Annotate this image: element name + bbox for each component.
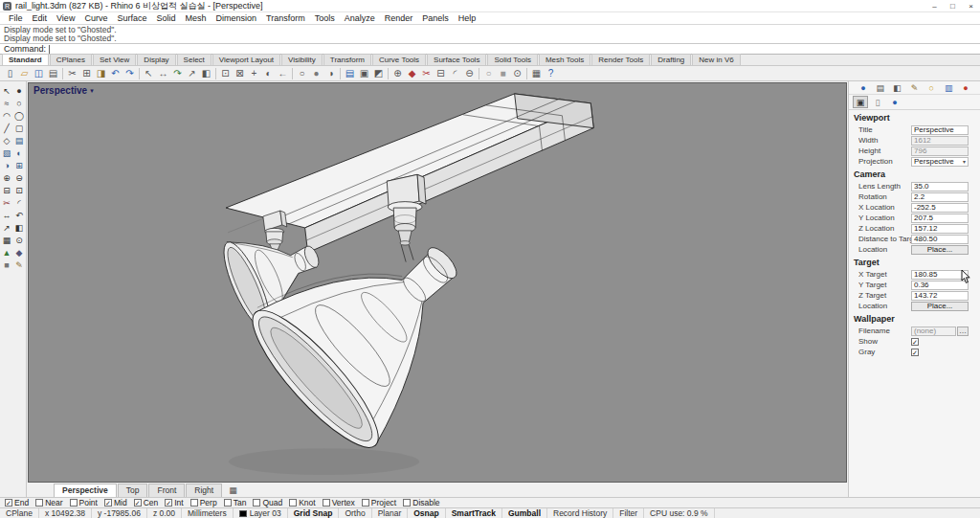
menu-help[interactable]: Help bbox=[454, 12, 481, 25]
polygon-icon[interactable]: ◇ bbox=[1, 135, 13, 146]
offset-icon[interactable]: ⊖ bbox=[462, 67, 477, 80]
property-value-field[interactable]: 157.12 bbox=[911, 224, 969, 234]
status-y-17985-06[interactable]: y -17985.06 bbox=[92, 508, 147, 518]
trim-icon[interactable]: ✂ bbox=[419, 67, 434, 80]
lightbulb-tab-icon[interactable]: ○ bbox=[925, 82, 938, 94]
toolbar-tab-cplanes[interactable]: CPlanes bbox=[50, 54, 92, 65]
boolean-difference-icon[interactable]: ⊖ bbox=[13, 172, 26, 184]
viewport-tab-perspective[interactable]: Perspective bbox=[54, 484, 117, 497]
scale-icon[interactable]: ↗ bbox=[185, 67, 199, 80]
save-file-icon[interactable]: ◫ bbox=[32, 67, 46, 80]
status-cplane[interactable]: CPlane bbox=[0, 508, 39, 518]
browse-button[interactable]: … bbox=[957, 327, 969, 336]
help-tab-icon[interactable]: ▥ bbox=[943, 82, 955, 94]
trim-icon[interactable]: ✂ bbox=[1, 197, 13, 209]
lock-icon[interactable]: ■ bbox=[1, 259, 13, 271]
print-icon[interactable]: ▤ bbox=[46, 67, 60, 80]
rotate-icon[interactable]: ↶ bbox=[13, 210, 26, 221]
wireframe-display-icon[interactable]: ○ bbox=[295, 67, 309, 80]
osnap-checkbox-mid[interactable]: ✓ bbox=[104, 499, 112, 507]
annotate-icon[interactable]: ✎ bbox=[13, 259, 26, 271]
undo-view-icon[interactable]: ← bbox=[276, 67, 290, 80]
osnap-checkbox-end[interactable]: ✓ bbox=[5, 499, 12, 507]
select-icon[interactable]: ↖ bbox=[142, 67, 156, 80]
viewport-tab-top[interactable]: Top bbox=[118, 484, 148, 497]
osnap-checkbox-project[interactable] bbox=[362, 499, 369, 507]
rotate-icon[interactable]: ↷ bbox=[170, 67, 185, 80]
surface-corner-icon[interactable]: ▧ bbox=[1, 147, 13, 159]
status-record-history[interactable]: Record History bbox=[547, 508, 613, 518]
osnap-checkbox-perp[interactable] bbox=[190, 499, 198, 507]
toolbar-tab-render-tools[interactable]: Render Tools bbox=[591, 54, 650, 65]
status-filter[interactable]: Filter bbox=[613, 508, 644, 518]
osnap-checkbox-quad[interactable] bbox=[253, 499, 260, 507]
cut-icon[interactable]: ✂ bbox=[65, 67, 79, 80]
menu-edit[interactable]: Edit bbox=[28, 12, 53, 25]
toolbar-tab-viewport-layout[interactable]: Viewport Layout bbox=[212, 54, 280, 65]
osnap-checkbox-near[interactable] bbox=[35, 499, 43, 507]
toolbar-tab-display[interactable]: Display bbox=[137, 54, 175, 65]
join-icon[interactable]: ⊕ bbox=[390, 67, 405, 80]
viewport-subtab-icon[interactable]: ▣ bbox=[853, 96, 868, 108]
status-smarttrack[interactable]: SmartTrack bbox=[446, 508, 502, 518]
project-icon[interactable]: ⊡ bbox=[13, 185, 26, 196]
status-layer-03[interactable]: Layer 03 bbox=[234, 508, 288, 518]
pencil-tab-icon[interactable]: ✎ bbox=[908, 82, 921, 94]
status-gumball[interactable]: Gumball bbox=[502, 508, 547, 518]
menu-dimension[interactable]: Dimension bbox=[211, 12, 261, 25]
new-file-icon[interactable]: ▯ bbox=[3, 67, 17, 80]
hide-object-icon[interactable]: ○ bbox=[481, 67, 496, 80]
layers-icon[interactable]: ▤ bbox=[343, 67, 357, 80]
checkbox-gray[interactable]: ✓ bbox=[911, 349, 919, 356]
display-options-icon[interactable]: ◩ bbox=[371, 67, 386, 80]
property-value-field[interactable]: 2.2 bbox=[911, 192, 969, 202]
property-value-field[interactable]: 143.72 bbox=[911, 291, 969, 301]
material-subtab-icon[interactable]: ● bbox=[887, 96, 902, 108]
viewport-menu-arrow-icon[interactable]: ▾ bbox=[90, 87, 94, 95]
undo-icon[interactable]: ↶ bbox=[108, 67, 122, 80]
rectangle-icon[interactable]: ▢ bbox=[13, 123, 26, 134]
toolbar-tab-surface-tools[interactable]: Surface Tools bbox=[427, 54, 486, 65]
open-file-icon[interactable]: ▱ bbox=[17, 67, 32, 80]
point-icon[interactable]: ● bbox=[13, 85, 26, 97]
sweep-icon[interactable]: ◑ bbox=[1, 160, 13, 171]
group-icon[interactable]: ⊙ bbox=[510, 67, 524, 80]
layers-tab-icon[interactable]: ▤ bbox=[874, 82, 886, 94]
toolbar-tab-set-view[interactable]: Set View bbox=[93, 54, 136, 65]
four-view-toggle-icon[interactable]: ▦ bbox=[229, 484, 237, 497]
property-dropdown[interactable]: Perspective▾ bbox=[911, 157, 969, 167]
notifications-tab-icon[interactable]: ● bbox=[959, 82, 971, 94]
copy-icon[interactable]: ⊞ bbox=[79, 67, 94, 80]
status-osnap[interactable]: Osnap bbox=[408, 508, 445, 518]
lock-object-icon[interactable]: ■ bbox=[496, 67, 510, 80]
toolbar-tab-transform[interactable]: Transform bbox=[323, 54, 371, 65]
menu-file[interactable]: File bbox=[4, 12, 28, 25]
menu-curve[interactable]: Curve bbox=[79, 12, 112, 25]
ghosted-display-icon[interactable]: ◑ bbox=[323, 67, 338, 80]
pan-view-icon[interactable]: + bbox=[247, 67, 261, 80]
place-button[interactable]: Place... bbox=[911, 302, 969, 311]
move-icon[interactable]: ↔ bbox=[1, 210, 13, 221]
paste-icon[interactable]: ◨ bbox=[94, 67, 108, 80]
osnap-checkbox-point[interactable] bbox=[70, 499, 78, 507]
page-subtab-icon[interactable]: ▯ bbox=[870, 96, 885, 108]
revolve-icon[interactable]: ◐ bbox=[13, 147, 26, 159]
menu-transform[interactable]: Transform bbox=[261, 12, 310, 25]
toolbar-tab-standard[interactable]: Standard bbox=[2, 54, 49, 65]
zoom-window-icon[interactable]: ⊡ bbox=[218, 67, 233, 80]
explode-icon[interactable]: ◆ bbox=[405, 67, 419, 80]
select-arrow-icon[interactable]: ↖ bbox=[1, 85, 13, 97]
display-tab-icon[interactable]: ◧ bbox=[891, 82, 903, 94]
properties-icon[interactable]: ▣ bbox=[357, 67, 371, 80]
property-value-field[interactable]: -252.5 bbox=[911, 203, 969, 213]
status-z-0-00[interactable]: z 0.00 bbox=[147, 508, 182, 518]
checkbox-show[interactable]: ✓ bbox=[911, 338, 919, 346]
boolean-union-icon[interactable]: ⊕ bbox=[1, 172, 13, 184]
close-button[interactable]: × bbox=[962, 0, 980, 12]
rotate-view-icon[interactable]: ◐ bbox=[261, 67, 276, 80]
osnap-checkbox-int[interactable]: ✓ bbox=[165, 499, 172, 507]
toolbar-tab-curve-tools[interactable]: Curve Tools bbox=[372, 54, 426, 65]
split-icon[interactable]: ⊟ bbox=[434, 67, 448, 80]
maximize-button[interactable]: □ bbox=[944, 0, 962, 12]
property-value-field[interactable]: 180.85 bbox=[911, 270, 969, 280]
